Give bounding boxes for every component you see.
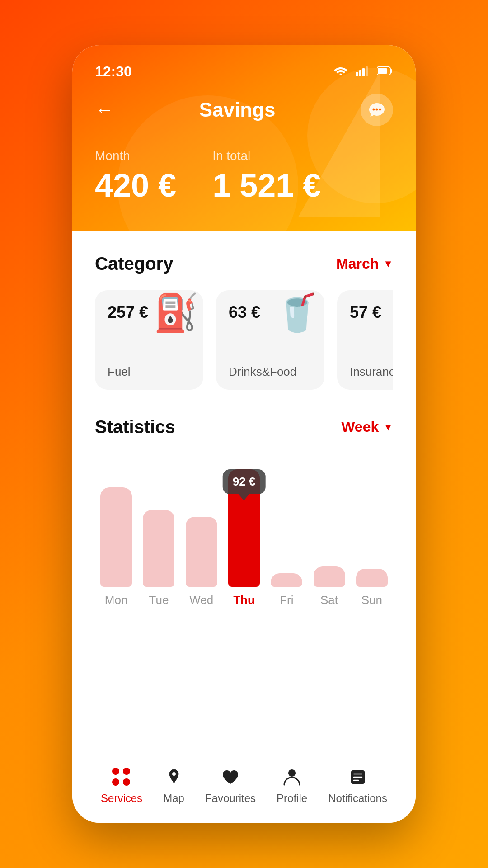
nav-label-profile: Profile <box>277 792 307 805</box>
total-value: 1 521 € <box>212 167 321 204</box>
bar-group[interactable]: Sun <box>351 569 393 607</box>
bar <box>271 573 302 587</box>
statistics-chevron-icon: ▼ <box>383 421 393 433</box>
notifications-icon <box>348 768 367 787</box>
bar-day-label: Wed <box>189 593 213 607</box>
nav-item-map[interactable]: Map <box>163 767 184 805</box>
total-stat: In total 1 521 € <box>212 149 321 204</box>
svg-point-12 <box>288 769 296 777</box>
nav-item-favourites[interactable]: Favourites <box>205 767 256 805</box>
profile-icon <box>283 768 300 787</box>
svg-rect-2 <box>359 70 361 76</box>
back-button[interactable]: ← <box>95 99 114 121</box>
svg-rect-6 <box>390 69 392 73</box>
nav-label-favourites: Favourites <box>205 792 256 805</box>
main-content: Category March ▼ 257 € Fuel ⛽ 63 € Drink… <box>72 231 416 754</box>
month-label: Month <box>95 149 176 163</box>
bar-group[interactable]: Mon <box>95 487 137 607</box>
category-scroll: 257 € Fuel ⛽ 63 € Drinks&Food 🥤 57 € Ins… <box>95 290 393 394</box>
header: 12:30 <box>72 45 416 231</box>
bar-day-label: Sat <box>320 593 338 607</box>
favourites-icon <box>221 769 240 786</box>
category-card[interactable]: 57 € Insurance 🛡️ <box>337 290 393 390</box>
bar <box>100 487 132 587</box>
category-icon: ⛽ <box>154 295 199 331</box>
statistics-section: Statistics Week ▼ MonTueWed92 €ThuFriSat… <box>95 417 393 607</box>
svg-rect-1 <box>356 72 358 76</box>
svg-point-8 <box>373 108 375 111</box>
bar-day-label: Sun <box>361 593 382 607</box>
bar <box>356 569 388 587</box>
battery-icon <box>377 66 393 78</box>
bar-tooltip: 92 € <box>223 469 266 494</box>
map-icon <box>164 768 183 787</box>
svg-rect-3 <box>362 68 365 76</box>
phone-card: 12:30 <box>72 45 416 823</box>
bar-day-label: Thu <box>233 593 255 607</box>
chat-button[interactable] <box>361 94 393 126</box>
services-icon <box>112 768 131 787</box>
bar-group[interactable]: Sat <box>308 566 350 607</box>
statistics-filter-label: Week <box>341 419 379 435</box>
bottom-nav: Services Map Favourites Profile Notifica… <box>72 754 416 823</box>
nav-item-profile[interactable]: Profile <box>277 767 307 805</box>
wifi-icon <box>333 65 348 79</box>
category-filter-label: March <box>336 255 379 272</box>
bar-group[interactable]: Tue <box>137 510 180 607</box>
statistics-title: Statistics <box>95 417 175 437</box>
nav-item-services[interactable]: Services <box>101 767 142 805</box>
bar-day-label: Tue <box>149 593 169 607</box>
status-time: 12:30 <box>95 63 132 80</box>
status-icons <box>333 65 393 79</box>
bar-group[interactable]: Fri <box>265 573 308 607</box>
category-icon: 🥤 <box>275 295 320 331</box>
bar-group[interactable]: 92 €Thu <box>223 469 265 607</box>
header-nav-row: ← Savings <box>95 94 393 126</box>
svg-point-0 <box>340 74 342 76</box>
svg-point-11 <box>172 772 176 776</box>
nav-label-services: Services <box>101 792 142 805</box>
signal-icon <box>356 66 369 78</box>
category-section-header: Category March ▼ <box>95 254 393 274</box>
svg-point-10 <box>379 108 381 111</box>
category-name: Insurance <box>350 365 393 379</box>
nav-item-notifications[interactable]: Notifications <box>328 767 387 805</box>
bar-chart: MonTueWed92 €ThuFriSatSun <box>95 453 393 607</box>
month-stat: Month 420 € <box>95 149 176 204</box>
category-title: Category <box>95 254 173 274</box>
month-value: 420 € <box>95 167 176 204</box>
bar-group[interactable]: Wed <box>180 517 223 607</box>
category-card[interactable]: 63 € Drinks&Food 🥤 <box>216 290 324 390</box>
bar <box>143 510 174 587</box>
bar-day-label: Mon <box>105 593 128 607</box>
svg-rect-4 <box>366 66 368 76</box>
category-name: Drinks&Food <box>229 365 314 379</box>
stats-row: Month 420 € In total 1 521 € <box>95 149 393 204</box>
svg-rect-7 <box>378 68 387 74</box>
bar <box>314 566 345 587</box>
category-name: Fuel <box>108 365 192 379</box>
category-chevron-icon: ▼ <box>383 258 393 270</box>
statistics-filter[interactable]: Week ▼ <box>341 419 393 435</box>
nav-label-map: Map <box>163 792 184 805</box>
bar-day-label: Fri <box>280 593 293 607</box>
nav-label-notifications: Notifications <box>328 792 387 805</box>
total-label: In total <box>212 149 321 163</box>
statistics-section-header: Statistics Week ▼ <box>95 417 393 437</box>
status-bar: 12:30 <box>95 63 393 80</box>
bar <box>186 517 217 587</box>
page-title: Savings <box>199 99 276 121</box>
category-amount: 57 € <box>350 303 393 322</box>
svg-point-9 <box>376 108 378 111</box>
category-card[interactable]: 257 € Fuel ⛽ <box>95 290 203 390</box>
category-filter[interactable]: March ▼ <box>336 255 393 272</box>
